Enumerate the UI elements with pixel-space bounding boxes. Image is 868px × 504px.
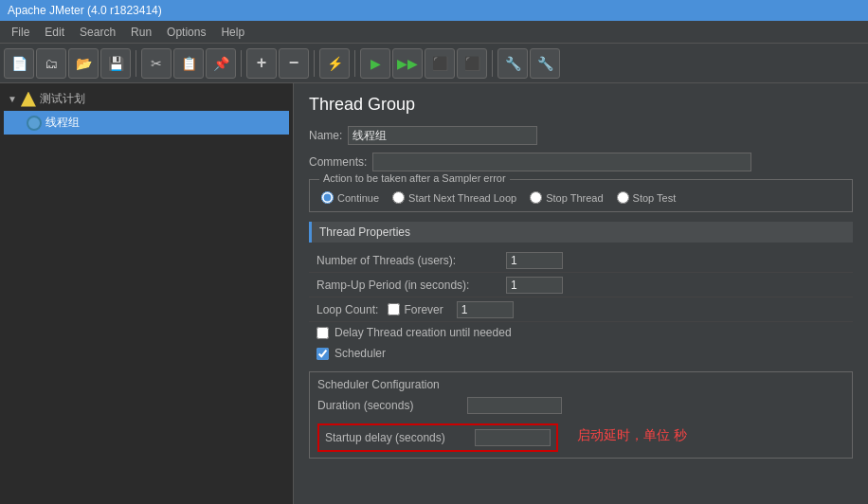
shutdown-button[interactable]: ⬛ — [457, 48, 487, 79]
title-bar: Apache JMeter (4.0 r1823414) — [0, 0, 868, 21]
radio-stop-thread-input[interactable] — [530, 191, 542, 204]
radio-stop-test-label: Stop Test — [633, 192, 677, 204]
annotation-text: 启动延时，单位 秒 — [577, 427, 687, 444]
delay-thread-label: Delay Thread creation until needed — [335, 326, 512, 339]
toolbar-separator-1 — [136, 50, 136, 77]
start-nopause-button[interactable]: ▶▶ — [392, 48, 423, 79]
forever-label: Forever — [404, 303, 443, 316]
loop-count-label: Loop Count: — [316, 303, 378, 316]
test-plan-icon — [21, 92, 36, 107]
cut-button[interactable]: ✂ — [141, 48, 172, 79]
comments-input[interactable] — [372, 153, 751, 171]
delay-thread-checkbox[interactable] — [316, 327, 329, 339]
ramp-up-label: Ramp-Up Period (in seconds): — [316, 279, 506, 292]
comments-row: Comments: — [309, 153, 853, 171]
tree-thread-group[interactable]: 线程组 — [4, 111, 289, 135]
save-button[interactable]: 💾 — [100, 48, 131, 79]
loop-count-input[interactable] — [457, 301, 514, 318]
menu-help[interactable]: Help — [213, 24, 252, 41]
open-button[interactable]: 📂 — [68, 48, 99, 79]
radio-start-next[interactable]: Start Next Thread Loop — [392, 191, 516, 204]
duration-input[interactable] — [467, 397, 562, 414]
clear-button[interactable]: ⚡ — [319, 48, 350, 79]
scheduler-label: Scheduler — [335, 347, 386, 360]
radio-stop-thread[interactable]: Stop Thread — [530, 191, 603, 204]
thread-properties-title: Thread Properties — [309, 222, 853, 243]
action-section-title: Action to be taken after a Sampler error — [319, 172, 510, 184]
tree-test-plan[interactable]: ▼ 测试计划 — [4, 87, 289, 111]
templates-button[interactable]: 🗂 — [36, 48, 66, 79]
name-input[interactable] — [348, 126, 537, 145]
radio-stop-thread-label: Stop Thread — [546, 192, 603, 204]
radio-continue-input[interactable] — [321, 191, 334, 204]
radio-start-next-label: Start Next Thread Loop — [408, 192, 516, 204]
radio-start-next-input[interactable] — [392, 191, 405, 204]
toolbar-separator-2 — [241, 50, 242, 77]
startup-delay-label: Startup delay (seconds) — [325, 431, 467, 444]
menu-search[interactable]: Search — [72, 24, 123, 41]
sidebar: ▼ 测试计划 线程组 — [0, 83, 294, 504]
radio-continue-label: Continue — [337, 192, 379, 204]
loop-count-row: Loop Count: Forever — [309, 297, 853, 322]
action-radio-group: Continue Start Next Thread Loop Stop Thr… — [321, 188, 841, 204]
paste-button[interactable]: 📌 — [206, 48, 236, 79]
scheduler-config-title: Scheduler Configuration — [317, 378, 844, 391]
startup-delay-input[interactable] — [475, 429, 551, 446]
num-threads-row: Number of Threads (users): — [309, 248, 853, 273]
panel-title: Thread Group — [309, 95, 853, 115]
new-button[interactable]: 📄 — [4, 48, 34, 79]
tree-expand-icon: ▼ — [8, 94, 17, 104]
test-plan-label: 测试计划 — [40, 91, 85, 107]
menu-bar: File Edit Search Run Options Help — [0, 21, 868, 44]
toolbar-separator-3 — [314, 50, 315, 77]
stop-button[interactable]: ⬛ — [425, 48, 455, 79]
ramp-up-input[interactable] — [506, 277, 563, 294]
scheduler-row: Scheduler — [309, 343, 853, 364]
radio-stop-test[interactable]: Stop Test — [617, 191, 677, 204]
menu-edit[interactable]: Edit — [37, 24, 72, 41]
num-threads-input[interactable] — [506, 252, 563, 269]
content-panel: Thread Group Name: Comments: Action to b… — [294, 83, 868, 504]
scheduler-checkbox[interactable] — [316, 348, 329, 360]
menu-file[interactable]: File — [4, 24, 37, 41]
remote-start-button[interactable]: 🔧 — [497, 48, 528, 79]
thread-group-icon — [27, 116, 42, 131]
add-button[interactable]: + — [246, 48, 277, 79]
radio-continue[interactable]: Continue — [321, 191, 379, 204]
ramp-up-row: Ramp-Up Period (in seconds): — [309, 273, 853, 297]
num-threads-label: Number of Threads (users): — [316, 254, 506, 267]
comments-label: Comments: — [309, 155, 367, 169]
toolbar-separator-4 — [354, 50, 355, 77]
name-row: Name: — [309, 126, 853, 145]
title-bar-text: Apache JMeter (4.0 r1823414) — [8, 4, 162, 17]
toolbar: 📄 🗂 📂 💾 ✂ 📋 📌 + − ⚡ ▶ ▶▶ ⬛ ⬛ 🔧 🔧 — [0, 44, 868, 83]
remove-button[interactable]: − — [279, 48, 309, 79]
name-label: Name: — [309, 129, 342, 142]
start-button[interactable]: ▶ — [360, 48, 390, 79]
duration-row: Duration (seconds) — [317, 395, 844, 416]
forever-checkbox-group: Forever — [388, 303, 443, 316]
menu-options[interactable]: Options — [159, 24, 213, 41]
duration-label: Duration (seconds) — [317, 399, 460, 412]
main-layout: ▼ 测试计划 线程组 Thread Group Name: Comments: … — [0, 83, 868, 504]
startup-delay-row: Startup delay (seconds) — [317, 423, 558, 452]
action-section: Action to be taken after a Sampler error… — [309, 179, 853, 212]
remote-stop-button[interactable]: 🔧 — [530, 48, 560, 79]
radio-stop-test-input[interactable] — [617, 191, 629, 204]
forever-checkbox[interactable] — [388, 303, 400, 315]
copy-button[interactable]: 📋 — [173, 48, 204, 79]
delay-thread-row: Delay Thread creation until needed — [309, 322, 853, 343]
menu-run[interactable]: Run — [123, 24, 159, 41]
toolbar-separator-5 — [492, 50, 493, 77]
thread-group-label: 线程组 — [45, 115, 80, 131]
scheduler-config-section: Scheduler Configuration Duration (second… — [309, 371, 853, 459]
